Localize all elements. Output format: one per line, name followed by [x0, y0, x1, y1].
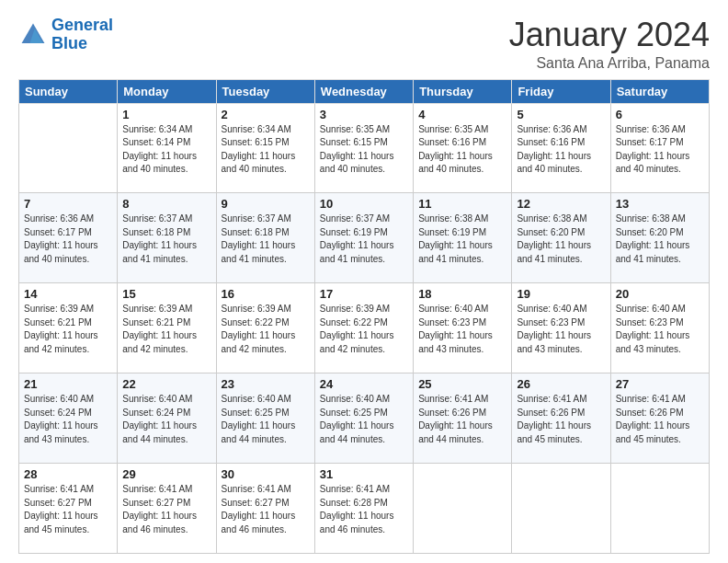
day-info: Sunrise: 6:40 AMSunset: 6:23 PMDaylight:…	[418, 303, 506, 356]
calendar-cell: 5Sunrise: 6:36 AMSunset: 6:16 PMDaylight…	[512, 103, 610, 193]
day-number: 9	[222, 197, 310, 211]
day-info: Sunrise: 6:36 AMSunset: 6:17 PMDaylight:…	[24, 213, 112, 266]
logo: General Blue	[18, 17, 113, 53]
day-number: 22	[122, 377, 210, 391]
day-number: 1	[122, 108, 210, 121]
calendar-cell: 27Sunrise: 6:41 AMSunset: 6:26 PMDayligh…	[610, 373, 709, 464]
day-info: Sunrise: 6:40 AMSunset: 6:23 PMDaylight:…	[616, 303, 704, 356]
header: General Blue January 2024 Santa Ana Arri…	[18, 17, 710, 72]
calendar-cell: 23Sunrise: 6:40 AMSunset: 6:25 PMDayligh…	[216, 373, 314, 464]
day-info: Sunrise: 6:41 AMSunset: 6:26 PMDaylight:…	[418, 393, 506, 446]
day-info: Sunrise: 6:40 AMSunset: 6:24 PMDaylight:…	[24, 393, 112, 446]
day-info: Sunrise: 6:34 AMSunset: 6:14 PMDaylight:…	[122, 123, 210, 177]
day-number: 8	[122, 197, 210, 211]
calendar-cell: 16Sunrise: 6:39 AMSunset: 6:22 PMDayligh…	[216, 283, 314, 373]
calendar-cell: 25Sunrise: 6:41 AMSunset: 6:26 PMDayligh…	[414, 373, 512, 464]
calendar-cell: 14Sunrise: 6:39 AMSunset: 6:21 PMDayligh…	[19, 283, 118, 373]
calendar-cell: 20Sunrise: 6:40 AMSunset: 6:23 PMDayligh…	[610, 283, 709, 373]
weekday-header: Friday	[512, 79, 610, 103]
day-info: Sunrise: 6:40 AMSunset: 6:25 PMDaylight:…	[320, 393, 408, 446]
day-number: 27	[616, 377, 704, 391]
calendar-cell: 13Sunrise: 6:38 AMSunset: 6:20 PMDayligh…	[610, 193, 709, 283]
logo-icon	[18, 20, 48, 50]
day-number: 13	[616, 197, 704, 211]
calendar-cell: 18Sunrise: 6:40 AMSunset: 6:23 PMDayligh…	[414, 283, 512, 373]
day-number: 15	[122, 287, 210, 301]
day-info: Sunrise: 6:41 AMSunset: 6:27 PMDaylight:…	[122, 483, 210, 536]
subtitle: Santa Ana Arriba, Panama	[509, 55, 710, 72]
calendar-cell	[610, 464, 709, 554]
day-number: 19	[517, 287, 605, 301]
calendar-cell: 26Sunrise: 6:41 AMSunset: 6:26 PMDayligh…	[512, 373, 610, 464]
calendar-cell: 22Sunrise: 6:40 AMSunset: 6:24 PMDayligh…	[118, 373, 216, 464]
day-info: Sunrise: 6:35 AMSunset: 6:15 PMDaylight:…	[320, 123, 408, 177]
calendar-week-row: 14Sunrise: 6:39 AMSunset: 6:21 PMDayligh…	[19, 283, 710, 373]
day-info: Sunrise: 6:40 AMSunset: 6:23 PMDaylight:…	[517, 303, 605, 356]
calendar-cell: 29Sunrise: 6:41 AMSunset: 6:27 PMDayligh…	[118, 464, 216, 554]
day-info: Sunrise: 6:39 AMSunset: 6:21 PMDaylight:…	[24, 303, 112, 356]
calendar-cell: 3Sunrise: 6:35 AMSunset: 6:15 PMDaylight…	[314, 103, 413, 193]
day-info: Sunrise: 6:40 AMSunset: 6:24 PMDaylight:…	[122, 393, 210, 446]
day-info: Sunrise: 6:37 AMSunset: 6:18 PMDaylight:…	[122, 213, 210, 266]
day-number: 28	[24, 467, 112, 481]
day-number: 21	[24, 377, 112, 391]
calendar-cell: 8Sunrise: 6:37 AMSunset: 6:18 PMDaylight…	[118, 193, 216, 283]
weekday-header: Saturday	[610, 79, 709, 103]
calendar-cell: 19Sunrise: 6:40 AMSunset: 6:23 PMDayligh…	[512, 283, 610, 373]
calendar-week-row: 1Sunrise: 6:34 AMSunset: 6:14 PMDaylight…	[19, 103, 710, 193]
title-block: January 2024 Santa Ana Arriba, Panama	[509, 17, 710, 72]
calendar-week-row: 28Sunrise: 6:41 AMSunset: 6:27 PMDayligh…	[19, 464, 710, 554]
day-info: Sunrise: 6:37 AMSunset: 6:18 PMDaylight:…	[222, 213, 310, 266]
calendar-cell: 17Sunrise: 6:39 AMSunset: 6:22 PMDayligh…	[314, 283, 413, 373]
day-number: 5	[517, 108, 605, 121]
day-number: 23	[222, 377, 310, 391]
weekday-header: Sunday	[19, 79, 118, 103]
day-number: 24	[320, 377, 408, 391]
calendar-cell	[512, 464, 610, 554]
day-info: Sunrise: 6:41 AMSunset: 6:26 PMDaylight:…	[517, 393, 605, 446]
day-info: Sunrise: 6:38 AMSunset: 6:20 PMDaylight:…	[517, 213, 605, 266]
calendar-cell: 21Sunrise: 6:40 AMSunset: 6:24 PMDayligh…	[19, 373, 118, 464]
day-number: 2	[222, 108, 310, 121]
calendar-week-row: 7Sunrise: 6:36 AMSunset: 6:17 PMDaylight…	[19, 193, 710, 283]
calendar-cell: 30Sunrise: 6:41 AMSunset: 6:27 PMDayligh…	[216, 464, 314, 554]
calendar-cell: 12Sunrise: 6:38 AMSunset: 6:20 PMDayligh…	[512, 193, 610, 283]
day-info: Sunrise: 6:38 AMSunset: 6:19 PMDaylight:…	[418, 213, 506, 266]
calendar-week-row: 21Sunrise: 6:40 AMSunset: 6:24 PMDayligh…	[19, 373, 710, 464]
page: General Blue January 2024 Santa Ana Arri…	[0, 0, 728, 563]
day-info: Sunrise: 6:41 AMSunset: 6:28 PMDaylight:…	[320, 483, 408, 536]
calendar-header-row: SundayMondayTuesdayWednesdayThursdayFrid…	[19, 79, 710, 103]
weekday-header: Monday	[118, 79, 216, 103]
calendar-cell: 2Sunrise: 6:34 AMSunset: 6:15 PMDaylight…	[216, 103, 314, 193]
day-info: Sunrise: 6:39 AMSunset: 6:22 PMDaylight:…	[222, 303, 310, 356]
calendar-cell	[414, 464, 512, 554]
day-number: 26	[517, 377, 605, 391]
day-info: Sunrise: 6:40 AMSunset: 6:25 PMDaylight:…	[222, 393, 310, 446]
day-number: 25	[418, 377, 506, 391]
day-number: 31	[320, 467, 408, 481]
day-number: 18	[418, 287, 506, 301]
day-number: 14	[24, 287, 112, 301]
weekday-header: Thursday	[414, 79, 512, 103]
day-number: 4	[418, 108, 506, 121]
day-number: 20	[616, 287, 704, 301]
day-info: Sunrise: 6:41 AMSunset: 6:27 PMDaylight:…	[24, 483, 112, 536]
main-title: January 2024	[509, 17, 710, 53]
day-info: Sunrise: 6:34 AMSunset: 6:15 PMDaylight:…	[222, 123, 310, 177]
calendar-cell: 1Sunrise: 6:34 AMSunset: 6:14 PMDaylight…	[118, 103, 216, 193]
day-number: 3	[320, 108, 408, 121]
calendar-cell: 6Sunrise: 6:36 AMSunset: 6:17 PMDaylight…	[610, 103, 709, 193]
day-info: Sunrise: 6:39 AMSunset: 6:22 PMDaylight:…	[320, 303, 408, 356]
calendar-cell	[19, 103, 118, 193]
calendar-cell: 28Sunrise: 6:41 AMSunset: 6:27 PMDayligh…	[19, 464, 118, 554]
day-info: Sunrise: 6:41 AMSunset: 6:26 PMDaylight:…	[616, 393, 704, 446]
weekday-header: Tuesday	[216, 79, 314, 103]
calendar-cell: 24Sunrise: 6:40 AMSunset: 6:25 PMDayligh…	[314, 373, 413, 464]
calendar-cell: 11Sunrise: 6:38 AMSunset: 6:19 PMDayligh…	[414, 193, 512, 283]
day-number: 17	[320, 287, 408, 301]
day-info: Sunrise: 6:35 AMSunset: 6:16 PMDaylight:…	[418, 123, 506, 177]
calendar-cell: 7Sunrise: 6:36 AMSunset: 6:17 PMDaylight…	[19, 193, 118, 283]
day-number: 7	[24, 197, 112, 211]
logo-text: General Blue	[51, 17, 113, 53]
calendar-cell: 31Sunrise: 6:41 AMSunset: 6:28 PMDayligh…	[314, 464, 413, 554]
